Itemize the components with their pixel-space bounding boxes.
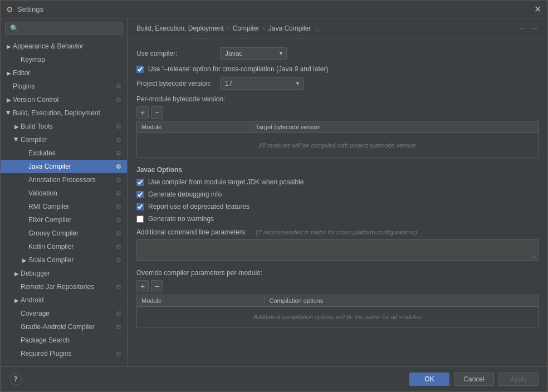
sidebar-item-build-tools[interactable]: ▶ Build Tools ⚙ [1,120,127,133]
arrow-icon: ▶ [5,69,13,77]
gear-icon: ⚙ [115,96,123,104]
nav-arrows: ← → [518,24,539,33]
sidebar-item-package-search[interactable]: ▶ Package Search [1,334,127,347]
sidebar-item-appearance-behavior[interactable]: ▶ Appearance & Behavior [1,40,127,53]
settings-dialog: ⚙ Settings ✕ ▶ Appearance & Behavior ▶ K… [0,0,548,392]
gear-icon: ⚙ [115,122,123,130]
override-table-header-row: Module Compilation options [137,295,539,307]
sidebar-item-version-control[interactable]: ▶ Version Control ⚙ [1,93,127,106]
additional-params-input[interactable] [136,239,539,261]
sidebar-item-annotation-processors[interactable]: ▶ Annotation Processors ⚙ [1,173,127,187]
breadcrumb-part-1: Build, Execution, Deployment [136,24,224,32]
gear-icon: ⚙ [115,229,123,237]
close-button[interactable]: ✕ [532,4,543,15]
sidebar-item-required-plugins[interactable]: ▶ Required Plugins ⚙ [1,347,127,360]
override-module-col-header: Module [137,295,265,307]
cross-compile-row: Use '--release' option for cross-compila… [136,65,539,73]
arrow-icon: ▶ [13,136,21,144]
sidebar-item-scala-compiler[interactable]: ▶ Scala Compiler ⚙ [1,253,127,267]
gear-icon: ⚙ [115,283,123,291]
sidebar-item-kotlin-compiler[interactable]: ▶ Kotlin Compiler ⚙ [1,240,127,253]
override-table-empty-message: Additional compilation options will be t… [137,307,539,327]
panel-content: Use compiler: Javac Eclipse Ajc Use '--r… [128,38,547,366]
target-bytecode-col-header: Target bytecode version [251,121,538,133]
sidebar-item-groovy-compiler[interactable]: ▶ Groovy Compiler ⚙ [1,227,127,240]
sidebar-item-plugins[interactable]: ▶ Plugins ⚙ [1,80,127,93]
sidebar-item-label: Android [21,296,123,304]
project-bytecode-label: Project bytecode version: [136,80,214,87]
title-bar: ⚙ Settings ✕ [1,1,547,18]
generate-debug-checkbox[interactable] [136,191,144,198]
sidebar-item-label: Validation [28,189,112,197]
main-panel: Build, Execution, Deployment › Compiler … [128,18,547,366]
nav-forward-arrow[interactable]: → [531,24,539,33]
sidebar-item-remote-jar-repositories[interactable]: ▶ Remote Jar Repositories ⚙ [1,280,127,293]
footer: ? OK Cancel Apply [1,366,547,391]
report-deprecated-row: Report use of deprecated features [136,203,539,210]
sidebar-item-label: Editor [13,69,123,77]
gear-icon: ⚙ [115,243,123,251]
ok-button[interactable]: OK [409,373,449,386]
sidebar-item-coverage[interactable]: ▶ Coverage ⚙ [1,307,127,320]
sidebar-item-editor[interactable]: ▶ Editor [1,66,127,80]
override-label: Override compiler parameters per-module: [136,269,539,277]
add-module-button[interactable]: + [136,106,149,119]
override-table: Module Compilation options Additional co… [136,295,539,327]
module-col-header: Module [137,121,251,133]
sidebar-item-label: Compiler [21,136,112,144]
sidebar-item-label: Java Compiler [28,163,112,170]
generate-debug-row: Generate debugging info [136,190,539,198]
gear-icon: ⚙ [115,189,123,197]
module-table: Module Target bytecode version All modul… [136,121,539,158]
sidebar-item-android[interactable]: ▶ Android [1,293,127,307]
sidebar-item-label: Coverage [21,310,112,317]
sidebar-item-java-compiler[interactable]: ▶ Java Compiler ⚙ [1,160,127,173]
sidebar-item-label: Scala Compiler [28,256,112,264]
override-compilation-col-header: Compilation options [265,295,538,307]
gear-icon: ⚙ [115,176,123,184]
sidebar-item-label: Package Search [21,336,123,344]
nav-back-arrow[interactable]: ← [518,24,526,33]
sidebar-item-keymap[interactable]: ▶ Keymap [1,53,127,66]
project-bytecode-row: Project bytecode version: 8 11 17 21 [136,77,539,90]
sidebar-item-label: Appearance & Behavior [13,42,123,50]
no-warnings-row: Generate no warnings [136,215,539,223]
use-module-target-row: Use compiler from module target JDK when… [136,178,539,186]
remove-override-button[interactable]: − [151,280,163,292]
use-module-target-label: Use compiler from module target JDK when… [148,178,304,186]
sidebar-item-rmi-compiler[interactable]: ▶ RMI Compiler ⚙ [1,200,127,213]
help-button[interactable]: ? [9,373,22,385]
arrow-icon: ▶ [5,96,13,104]
apply-button[interactable]: Apply [498,373,539,386]
use-module-target-checkbox[interactable] [136,179,144,186]
override-table-empty-row: Additional compilation options will be t… [137,307,539,327]
bytecode-select-wrapper: 8 11 17 21 [220,77,304,90]
compiler-select[interactable]: Javac Eclipse Ajc [220,47,287,60]
sidebar-item-compiler[interactable]: ▶ Compiler ⚙ [1,133,127,146]
bytecode-version-select[interactable]: 8 11 17 21 [220,77,304,90]
sidebar-item-debugger[interactable]: ▶ Debugger [1,267,127,280]
override-toolbar: + − [136,280,539,292]
search-input[interactable] [5,22,123,35]
sidebar-item-gradle-android-compiler[interactable]: ▶ Gradle-Android Compiler ⚙ [1,320,127,334]
remove-module-button[interactable]: − [151,106,163,119]
report-deprecated-checkbox[interactable] [136,203,144,210]
content-area: ▶ Appearance & Behavior ▶ Keymap ▶ Edito… [1,18,547,366]
arrow-icon: ▶ [13,270,21,277]
expand-icon[interactable]: ⤢ [532,254,536,260]
sidebar-item-validation[interactable]: ▶ Validation ⚙ [1,187,127,200]
module-table-header-row: Module Target bytecode version [137,121,539,133]
add-override-button[interactable]: + [136,280,149,292]
sidebar-item-build-execution-deployment[interactable]: ▶ Build, Execution, Deployment [1,106,127,120]
use-compiler-label: Use compiler: [136,50,214,57]
sidebar-item-label: Kotlin Compiler [28,243,112,251]
cancel-button[interactable]: Cancel [454,373,494,386]
cross-compile-checkbox[interactable] [136,66,144,73]
app-icon: ⚙ [5,5,14,14]
use-compiler-row: Use compiler: Javac Eclipse Ajc [136,47,539,60]
sidebar-item-label: Keymap [21,56,123,63]
no-warnings-checkbox[interactable] [136,215,144,223]
sidebar-item-elixir-compiler[interactable]: ▶ Elixir Compiler ⚙ [1,213,127,227]
breadcrumb-current: Java Compiler [268,24,311,32]
sidebar-item-excludes[interactable]: ▶ Excludes ⚙ [1,146,127,160]
